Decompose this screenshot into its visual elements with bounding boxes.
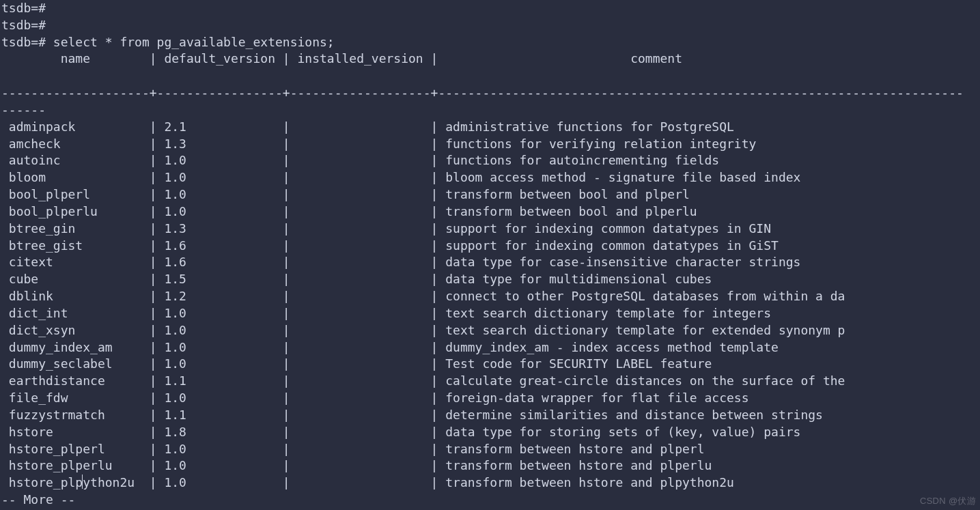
terminal-output[interactable]: tsdb=# tsdb=# tsdb=# select * from pg_av… <box>0 0 980 509</box>
watermark: CSDN @伏游 <box>920 495 976 507</box>
